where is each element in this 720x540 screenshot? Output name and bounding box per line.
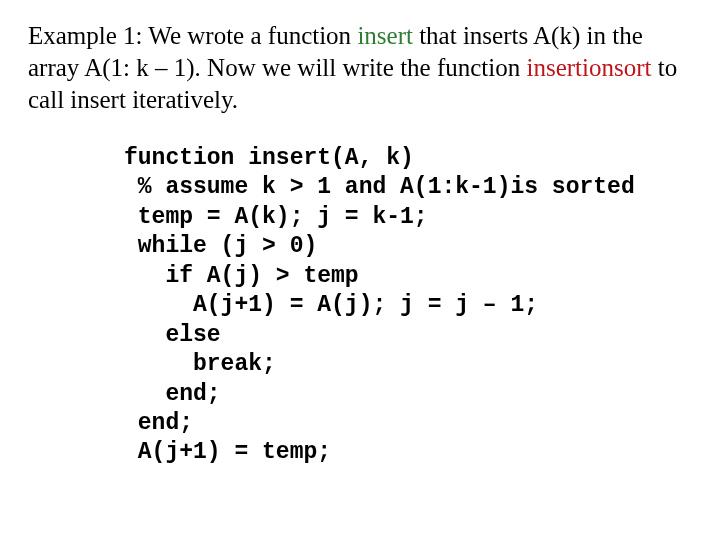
code-line: % assume k > 1 and A(1:k-1)is sorted bbox=[124, 173, 692, 202]
code-line: if A(j) > temp bbox=[124, 262, 692, 291]
code-line: break; bbox=[124, 350, 692, 379]
code-line: end; bbox=[124, 380, 692, 409]
code-line: end; bbox=[124, 409, 692, 438]
intro-text-1: Example 1: We wrote a function bbox=[28, 22, 357, 49]
code-line: else bbox=[124, 321, 692, 350]
intro-paragraph: Example 1: We wrote a function insert th… bbox=[28, 20, 692, 116]
code-line: temp = A(k); j = k-1; bbox=[124, 203, 692, 232]
code-line: A(j+1) = A(j); j = j – 1; bbox=[124, 291, 692, 320]
keyword-insert: insert bbox=[357, 22, 413, 49]
code-line: function insert(A, k) bbox=[124, 144, 692, 173]
code-line: while (j > 0) bbox=[124, 232, 692, 261]
slide: Example 1: We wrote a function insert th… bbox=[0, 0, 720, 540]
code-block: function insert(A, k) % assume k > 1 and… bbox=[124, 144, 692, 468]
keyword-insertionsort: insertionsort bbox=[527, 54, 652, 81]
code-line: A(j+1) = temp; bbox=[124, 438, 692, 467]
